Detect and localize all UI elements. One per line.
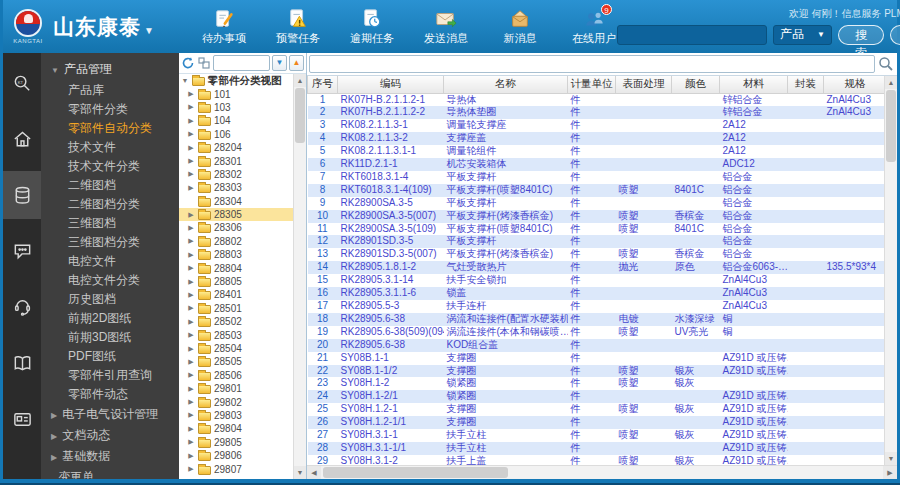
table-row[interactable]: 2RK07H-B.2.1.1.2-2导热体垫圈件锌铝合金ZnAl4Cu3 [308, 106, 887, 119]
triangle-right-icon[interactable]: ▶ [187, 130, 195, 138]
quick-action-send-message[interactable]: 发送消息 [423, 8, 469, 46]
tree-node[interactable]: ▶28303 [179, 181, 293, 194]
search-icon[interactable] [877, 55, 895, 73]
table-row[interactable]: 7RKT6018.3.1-4平板支撑杆件铝合金 [308, 171, 887, 184]
table-row[interactable]: 29SY08H.3.1-2扶手上盖件喷塑银灰AZ91D 或压铸… [308, 455, 887, 465]
tree-node[interactable]: ▶28504 [179, 342, 293, 355]
tree-node[interactable]: ▶28302 [179, 168, 293, 181]
tree-node[interactable]: ▶28204 [179, 141, 293, 154]
tree-vertical-scrollbar[interactable]: ▲ ▼ [293, 74, 306, 479]
tree-node[interactable]: ▶104 [179, 114, 293, 127]
triangle-right-icon[interactable]: ▶ [187, 318, 195, 326]
quick-action-new-message[interactable]: 新消息 [497, 8, 543, 46]
search-button[interactable]: 搜索 [838, 25, 885, 45]
tree-node[interactable]: ▶28805 [179, 275, 293, 288]
sidebar-item[interactable]: 二维图档分类 [41, 195, 179, 214]
tree-node[interactable]: ▶29807 [179, 462, 293, 475]
table-row[interactable]: 27SY08H.3.1-1扶手立柱件喷塑银灰AZ91D 或压铸… [308, 429, 887, 442]
triangle-right-icon[interactable]: ▶ [187, 264, 195, 272]
tree-node[interactable]: ▶28501 [179, 302, 293, 315]
triangle-right-icon[interactable]: ▶ [187, 438, 195, 446]
table-row[interactable]: 28SY08H.3.1-1/1扶手立柱件AZ91D 或压铸… [308, 442, 887, 455]
rail-search-logo-icon[interactable]: KT [3, 59, 41, 107]
sidebar-item[interactable]: 产品库 [41, 81, 179, 100]
table-row[interactable]: 11RK28900SA.3-5(109)平板支撑杆(喷塑8401C)件喷塑840… [308, 223, 887, 236]
table-row[interactable]: 22SY08B.1-1/2支撑圈件喷塑银灰AZ91D 或压铸… [308, 365, 887, 378]
scroll-down-icon[interactable]: ▼ [294, 466, 306, 479]
quick-action-todo[interactable]: 待办事项 [201, 8, 247, 46]
triangle-right-icon[interactable]: ▶ [187, 211, 195, 219]
global-search-input[interactable] [617, 25, 767, 45]
sidebar-item[interactable]: 三维图档 [41, 214, 179, 233]
tree-node[interactable]: ▶28803 [179, 248, 293, 261]
triangle-right-icon[interactable]: ▶ [187, 117, 195, 125]
triangle-right-icon[interactable]: ▶ [187, 371, 195, 379]
rail-chat-icon[interactable] [3, 227, 41, 275]
quick-action-alert-task[interactable]: 预警任务 [275, 8, 321, 46]
sidebar-item[interactable]: 三维图档分类 [41, 233, 179, 252]
table-row[interactable]: 4RK08.2.1.1.3-2支撑座盖件2A12 [308, 132, 887, 145]
tree-node[interactable]: ▶28502 [179, 315, 293, 328]
sidebar-group[interactable]: ▶电子电气设计管理 [41, 405, 179, 425]
tree-root-node[interactable]: ▼零部件分类视图 [179, 74, 293, 87]
triangle-right-icon[interactable]: ▶ [187, 237, 195, 245]
rail-home-icon[interactable] [3, 115, 41, 163]
column-header[interactable]: 名称 [444, 76, 568, 93]
table-search-input[interactable] [309, 55, 875, 73]
column-header[interactable]: 材料 [720, 76, 788, 93]
tree-node[interactable]: 28304 [179, 195, 293, 208]
scroll-up-icon[interactable]: ▲ [885, 76, 897, 89]
horizontal-scroll-thumb[interactable] [323, 467, 508, 478]
table-row[interactable]: 8RKT6018.3.1-4(109)平板支撑杆(喷塑8401C)件喷塑8401… [308, 184, 887, 197]
sidebar-item[interactable]: PDF图纸 [41, 347, 179, 366]
column-header[interactable]: 计量单位 [568, 76, 616, 93]
sidebar-item[interactable]: 技术文件分类 [41, 157, 179, 176]
table-row[interactable]: 24SY08H.1-2/1锁紧圈件AZ91D 或压铸… [308, 390, 887, 403]
triangle-right-icon[interactable]: ▶ [187, 90, 195, 98]
triangle-right-icon[interactable]: ▶ [187, 291, 195, 299]
triangle-right-icon[interactable]: ▶ [187, 385, 195, 393]
sidebar-item[interactable]: 零部件动态 [41, 385, 179, 404]
title-dropdown-caret-icon[interactable]: ▼ [144, 25, 154, 36]
table-row[interactable]: 20RK28905.6-38KOD组合盖件 [308, 339, 887, 352]
table-row[interactable]: 13RK28901SD.3-5(007)平板支撑杆(烤漆香槟金)件喷塑香槟金铝合… [308, 248, 887, 261]
tree-node[interactable]: ▶28301 [179, 154, 293, 167]
scroll-up-icon[interactable]: ▲ [294, 74, 306, 87]
tree-node[interactable]: ▶28505 [179, 355, 293, 368]
triangle-right-icon[interactable]: ▶ [187, 331, 195, 339]
tree-node[interactable]: ▶28401 [179, 288, 293, 301]
tree-node[interactable]: ▶101 [179, 87, 293, 100]
scroll-right-icon[interactable]: ▶ [883, 466, 897, 479]
table-row[interactable]: 23SY08H.1-2锁紧圈件喷塑银灰 [308, 377, 887, 390]
column-header[interactable]: 序号 [308, 76, 338, 93]
sidebar-group[interactable]: ▶文档动态 [41, 426, 179, 446]
scroll-left-icon[interactable]: ◀ [307, 466, 321, 479]
triangle-right-icon[interactable]: ▶ [187, 170, 195, 178]
tree-node[interactable]: ▶28306 [179, 221, 293, 234]
triangle-right-icon[interactable]: ▶ [187, 144, 195, 152]
rail-database-icon[interactable] [3, 171, 41, 219]
sidebar-item[interactable]: 二维图档 [41, 176, 179, 195]
table-row[interactable]: 21SY08B.1-1支撑圈件AZ91D 或压铸… [308, 352, 887, 365]
triangle-right-icon[interactable]: ▶ [187, 345, 195, 353]
triangle-right-icon[interactable]: ▶ [187, 224, 195, 232]
tree-filter-input[interactable] [213, 55, 270, 71]
sidebar-item[interactable]: 零部件分类 [41, 100, 179, 119]
sidebar-item[interactable]: 电控文件分类 [41, 271, 179, 290]
table-row[interactable]: 19RK28905.6-38(509)(094)涡流连接件(本体和钢碳喷…件喷塑… [308, 326, 887, 339]
sidebar-group[interactable]: ▶基础数据 [41, 447, 179, 467]
table-row[interactable]: 15RK28905.3.1-14扶手安全锁扣件ZnAl4Cu3 [308, 274, 887, 287]
table-row[interactable]: 18RK28905.6-38涡流和连接件(配置水硬装机)件电镀水漆深绿铜 [308, 313, 887, 326]
tree-node[interactable]: ▶28503 [179, 328, 293, 341]
quick-action-overdue-task[interactable]: 逾期任务 [349, 8, 395, 46]
tree-node[interactable]: ▶29802 [179, 395, 293, 408]
sidebar-item[interactable]: 前期2D图纸 [41, 309, 179, 328]
triangle-right-icon[interactable]: ▶ [187, 452, 195, 460]
sidebar-group[interactable]: 变更单 [41, 468, 179, 479]
table-row[interactable]: 25SY08H.1.2-1支撑圈件喷塑银灰AZ91D 或压铸… [308, 403, 887, 416]
table-row[interactable]: 6RK11D.2.1-1机芯安装箱体件ADC12 [308, 158, 887, 171]
sidebar-item[interactable]: 电控文件 [41, 252, 179, 271]
table-row[interactable]: 9RK28900SA.3-5平板支撑杆件铝合金 [308, 197, 887, 210]
triangle-right-icon[interactable]: ▶ [187, 398, 195, 406]
column-header[interactable]: 表面处理 [616, 76, 672, 93]
